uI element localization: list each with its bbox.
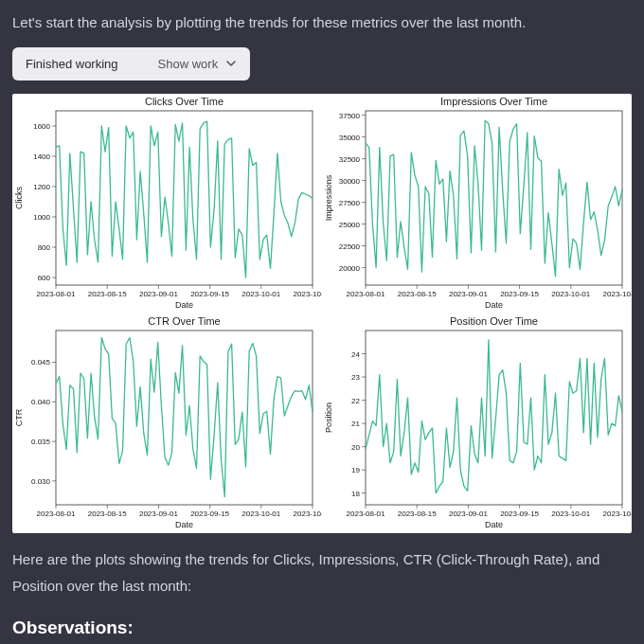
chart-position: 181920212223242023-08-012023-08-152023-0…	[322, 313, 632, 533]
svg-text:1000: 1000	[33, 213, 50, 222]
svg-text:2023-09-15: 2023-09-15	[500, 510, 539, 518]
svg-text:0.035: 0.035	[31, 438, 51, 446]
svg-text:CTR Over Time: CTR Over Time	[148, 315, 220, 327]
description-text: Here are the plots showing the trends fo…	[12, 546, 632, 600]
svg-text:2023-08-15: 2023-08-15	[398, 290, 437, 298]
chevron-down-icon	[225, 58, 237, 69]
svg-text:35000: 35000	[339, 133, 361, 141]
svg-text:600: 600	[38, 274, 51, 282]
svg-text:2023-09-01: 2023-09-01	[449, 290, 488, 298]
svg-text:2023-09-15: 2023-09-15	[190, 510, 229, 518]
svg-text:0.045: 0.045	[31, 358, 51, 367]
svg-text:Date: Date	[175, 520, 193, 529]
show-work-label: Show work	[158, 57, 219, 71]
svg-text:2023-10-15: 2023-10-15	[294, 510, 322, 518]
svg-text:Position Over Time: Position Over Time	[450, 315, 538, 327]
svg-text:30000: 30000	[339, 176, 361, 185]
svg-text:Date: Date	[485, 300, 503, 310]
svg-text:0.040: 0.040	[31, 398, 51, 406]
intro-text: Let's start the analysis by plotting the…	[12, 12, 632, 34]
svg-text:2023-08-01: 2023-08-01	[347, 290, 385, 298]
svg-text:2023-10-01: 2023-10-01	[551, 290, 590, 298]
svg-text:2023-10-15: 2023-10-15	[294, 290, 322, 298]
svg-text:20000: 20000	[339, 263, 361, 272]
finished-working-toggle[interactable]: Finished working Show work	[12, 47, 250, 80]
svg-text:Position: Position	[324, 402, 333, 432]
svg-text:20: 20	[351, 442, 360, 451]
svg-text:CTR: CTR	[14, 408, 24, 426]
chart-impressions: 2000022500250002750030000325003500037500…	[322, 94, 632, 313]
svg-text:0.030: 0.030	[31, 476, 51, 485]
svg-text:2023-10-01: 2023-10-01	[242, 510, 280, 518]
svg-text:27500: 27500	[339, 198, 361, 206]
svg-text:23: 23	[351, 373, 360, 382]
svg-text:Impressions Over Time: Impressions Over Time	[440, 96, 547, 107]
svg-text:2023-10-15: 2023-10-15	[603, 510, 632, 518]
svg-text:2023-08-15: 2023-08-15	[398, 510, 437, 518]
svg-text:1400: 1400	[33, 152, 50, 161]
svg-text:32500: 32500	[339, 154, 361, 163]
svg-text:19: 19	[351, 466, 360, 474]
svg-text:1600: 1600	[33, 122, 50, 131]
svg-text:22: 22	[351, 396, 360, 404]
svg-text:2023-08-01: 2023-08-01	[37, 510, 76, 518]
svg-text:Clicks Over Time: Clicks Over Time	[145, 96, 224, 107]
chart-clicks: 60080010001200140016002023-08-012023-08-…	[12, 94, 322, 313]
svg-text:37500: 37500	[339, 111, 361, 119]
chart-ctr: 0.0300.0350.0400.0452023-08-012023-08-15…	[12, 313, 322, 533]
svg-text:Date: Date	[175, 300, 193, 310]
svg-text:2023-08-01: 2023-08-01	[37, 290, 76, 298]
observations-heading: Observations:	[12, 617, 632, 638]
svg-text:2023-08-15: 2023-08-15	[88, 510, 127, 518]
svg-text:22500: 22500	[339, 242, 361, 250]
svg-text:Clicks: Clicks	[14, 186, 24, 208]
svg-text:2023-09-15: 2023-09-15	[500, 290, 539, 298]
svg-text:2023-08-01: 2023-08-01	[347, 510, 385, 518]
svg-text:1200: 1200	[33, 183, 50, 191]
svg-text:Impressions: Impressions	[324, 174, 333, 221]
svg-text:2023-09-01: 2023-09-01	[139, 290, 178, 298]
svg-text:2023-09-15: 2023-09-15	[190, 290, 229, 298]
svg-text:2023-09-01: 2023-09-01	[449, 510, 488, 518]
svg-text:21: 21	[351, 420, 360, 428]
svg-text:Date: Date	[485, 520, 503, 529]
svg-text:24: 24	[351, 349, 360, 358]
svg-text:2023-10-15: 2023-10-15	[603, 290, 632, 298]
svg-text:18: 18	[351, 489, 360, 497]
svg-text:2023-10-01: 2023-10-01	[242, 290, 280, 298]
svg-text:2023-10-01: 2023-10-01	[551, 510, 590, 518]
svg-text:2023-08-15: 2023-08-15	[88, 290, 127, 298]
svg-text:2023-09-01: 2023-09-01	[139, 510, 178, 518]
svg-text:800: 800	[38, 243, 51, 252]
svg-text:25000: 25000	[339, 220, 361, 228]
chart-panel: 60080010001200140016002023-08-012023-08-…	[12, 94, 632, 533]
status-label: Finished working	[26, 57, 118, 71]
